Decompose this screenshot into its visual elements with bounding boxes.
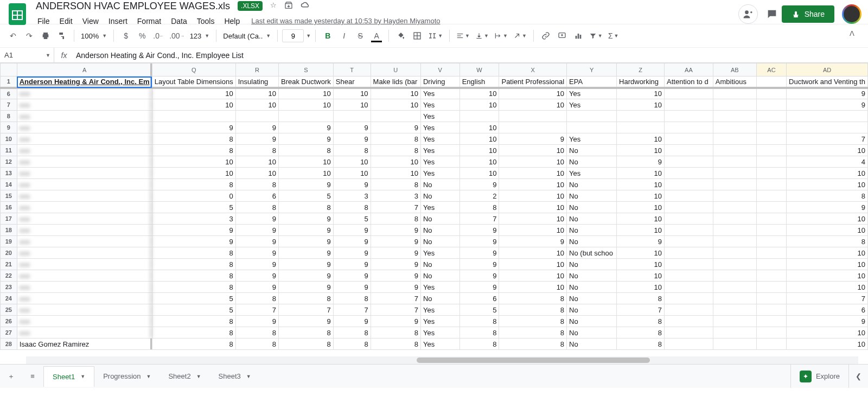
cell-22-Z[interactable]: 10 bbox=[617, 270, 665, 282]
cell-13-T[interactable]: 10 bbox=[333, 168, 371, 179]
menu-tools[interactable]: Tools bbox=[192, 15, 220, 28]
cell-12-Z[interactable]: 9 bbox=[617, 156, 665, 168]
cell-20-Y[interactable]: No (but schoo bbox=[567, 247, 617, 259]
cell-22-AB[interactable] bbox=[713, 270, 756, 282]
rowhead-22[interactable]: 22 bbox=[1, 270, 17, 282]
cell-26-S[interactable]: 9 bbox=[279, 316, 334, 327]
colhead-Q[interactable]: Q bbox=[152, 63, 235, 76]
cell-24-S[interactable]: 8 bbox=[279, 293, 334, 304]
menu-help[interactable]: Help bbox=[219, 15, 245, 28]
cell-8-R[interactable] bbox=[235, 111, 278, 122]
cell-27-Y[interactable]: No bbox=[567, 327, 617, 339]
cell-9-V[interactable]: Yes bbox=[420, 122, 459, 133]
cell-23-T[interactable]: 9 bbox=[333, 282, 371, 293]
cell-27-U[interactable]: 8 bbox=[371, 327, 420, 339]
menu-edit[interactable]: Edit bbox=[55, 15, 78, 28]
cell-13-Y[interactable]: Yes bbox=[567, 168, 617, 179]
cell-18-T[interactable]: 9 bbox=[333, 225, 371, 236]
cell-17-AA[interactable] bbox=[665, 213, 713, 225]
cell-7-S[interactable]: 10 bbox=[279, 99, 334, 111]
cell-9-U[interactable]: 9 bbox=[371, 122, 420, 133]
cell-10-AA[interactable] bbox=[665, 133, 713, 145]
colhead-U[interactable]: U bbox=[371, 63, 420, 76]
zoom-select[interactable]: 100%▼ bbox=[79, 28, 109, 43]
horizontal-scrollbar[interactable] bbox=[26, 356, 858, 364]
valign-button[interactable]: ▼ bbox=[473, 28, 491, 43]
colhead-T[interactable]: T bbox=[333, 63, 371, 76]
cell-16-T[interactable]: 8 bbox=[333, 202, 371, 213]
cell-6-S[interactable]: 10 bbox=[279, 88, 334, 99]
cell-19-AD[interactable]: 8 bbox=[787, 236, 868, 247]
cell-16-A[interactable]: xxx bbox=[17, 202, 152, 213]
cell-25-Q[interactable]: 5 bbox=[152, 304, 235, 316]
rowhead-26[interactable]: 26 bbox=[1, 316, 17, 327]
cell-16-AA[interactable] bbox=[665, 202, 713, 213]
cell-17-W[interactable]: 7 bbox=[459, 213, 499, 225]
cell-24-X[interactable]: 8 bbox=[499, 293, 567, 304]
name-box[interactable]: A1▼ bbox=[0, 48, 54, 62]
cell-19-R[interactable]: 9 bbox=[235, 236, 278, 247]
cell-6-Z[interactable]: 10 bbox=[617, 88, 665, 99]
cell-8-W[interactable] bbox=[459, 111, 499, 122]
cell-8-A[interactable]: xxx bbox=[17, 111, 152, 122]
cell-12-Q[interactable]: 10 bbox=[152, 156, 235, 168]
cell-19-AA[interactable] bbox=[665, 236, 713, 247]
cell-13-X[interactable]: 10 bbox=[499, 168, 567, 179]
cell-16-AD[interactable]: 9 bbox=[787, 202, 868, 213]
colhead-AA[interactable]: AA bbox=[665, 63, 713, 76]
all-sheets-button[interactable]: ≡ bbox=[22, 366, 43, 387]
cell-18-Q[interactable]: 9 bbox=[152, 225, 235, 236]
cell-23-U[interactable]: 9 bbox=[371, 282, 420, 293]
cell-13-V[interactable]: Yes bbox=[420, 168, 459, 179]
cell-27-R[interactable]: 8 bbox=[235, 327, 278, 339]
cell-6-T[interactable]: 10 bbox=[333, 88, 371, 99]
cell-23-V[interactable]: Yes bbox=[420, 282, 459, 293]
cell-6-R[interactable]: 10 bbox=[235, 88, 278, 99]
cell-7-Q[interactable]: 10 bbox=[152, 99, 235, 111]
cell-10-U[interactable]: 8 bbox=[371, 133, 420, 145]
cell-24-AB[interactable] bbox=[713, 293, 756, 304]
cell-23-A[interactable]: xxx bbox=[17, 282, 152, 293]
rowhead-28[interactable]: 28 bbox=[1, 339, 17, 350]
cell-24-Z[interactable]: 8 bbox=[617, 293, 665, 304]
cell-14-S[interactable]: 9 bbox=[279, 179, 334, 190]
filter-button[interactable]: ▼ bbox=[587, 28, 605, 43]
cell-15-Z[interactable]: 10 bbox=[617, 190, 665, 202]
cell-15-X[interactable]: 10 bbox=[499, 190, 567, 202]
cell-20-AB[interactable] bbox=[713, 247, 756, 259]
cell-24-T[interactable]: 8 bbox=[333, 293, 371, 304]
cell-28-W[interactable]: 8 bbox=[459, 339, 499, 350]
rowhead-23[interactable]: 23 bbox=[1, 282, 17, 293]
cell-17-A[interactable]: xxx bbox=[17, 213, 152, 225]
menu-file[interactable]: File bbox=[33, 15, 55, 28]
redo-icon[interactable]: ↷ bbox=[22, 28, 37, 43]
cell-1-S[interactable]: Break Ductwork bbox=[279, 76, 334, 88]
cell-17-Y[interactable]: No bbox=[567, 213, 617, 225]
cell-12-X[interactable]: 10 bbox=[499, 156, 567, 168]
cell-10-Q[interactable]: 8 bbox=[152, 133, 235, 145]
cell-26-X[interactable]: 8 bbox=[499, 316, 567, 327]
rowhead-11[interactable]: 11 bbox=[1, 145, 17, 156]
cell-27-AD[interactable]: 10 bbox=[787, 327, 868, 339]
cell-1-Y[interactable]: EPA bbox=[567, 76, 617, 88]
cell-18-AA[interactable] bbox=[665, 225, 713, 236]
cell-9-Q[interactable]: 9 bbox=[152, 122, 235, 133]
cell-28-Y[interactable]: No bbox=[567, 339, 617, 350]
cell-11-U[interactable]: 8 bbox=[371, 145, 420, 156]
merge-button[interactable]: ▼ bbox=[426, 28, 445, 43]
colhead-V[interactable]: V bbox=[420, 63, 459, 76]
cell-21-X[interactable]: 10 bbox=[499, 259, 567, 270]
cell-22-AC[interactable] bbox=[756, 270, 786, 282]
cell-28-S[interactable]: 8 bbox=[279, 339, 334, 350]
cell-22-Q[interactable]: 8 bbox=[152, 270, 235, 282]
cell-20-AD[interactable]: 10 bbox=[787, 247, 868, 259]
cell-1-Q[interactable]: Layout Table Dimensions bbox=[152, 76, 235, 88]
cell-6-V[interactable]: Yes bbox=[420, 88, 459, 99]
dec-increase-icon[interactable]: .00→ bbox=[167, 28, 186, 43]
cell-15-A[interactable]: xxx bbox=[17, 190, 152, 202]
rowhead-16[interactable]: 16 bbox=[1, 202, 17, 213]
cell-7-Y[interactable]: Yes bbox=[567, 99, 617, 111]
cell-16-Y[interactable]: No bbox=[567, 202, 617, 213]
cell-15-R[interactable]: 6 bbox=[235, 190, 278, 202]
cell-26-Z[interactable]: 8 bbox=[617, 316, 665, 327]
